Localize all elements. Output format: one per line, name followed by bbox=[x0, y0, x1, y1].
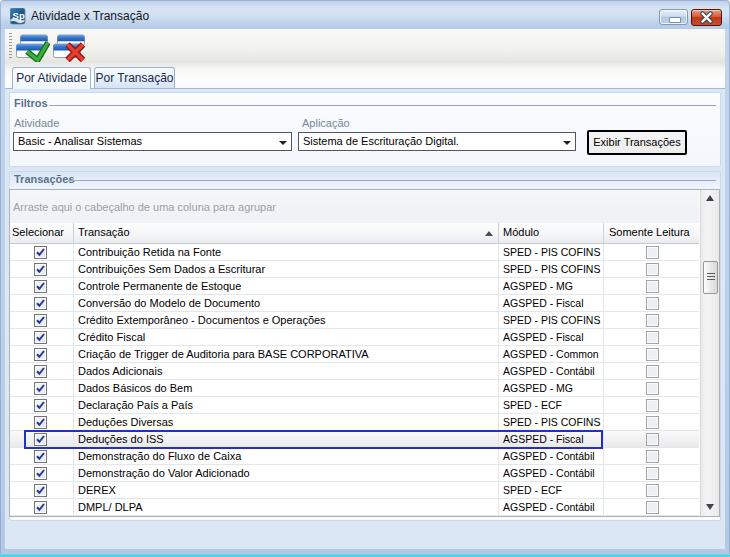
svg-text:Sp: Sp bbox=[13, 10, 25, 21]
